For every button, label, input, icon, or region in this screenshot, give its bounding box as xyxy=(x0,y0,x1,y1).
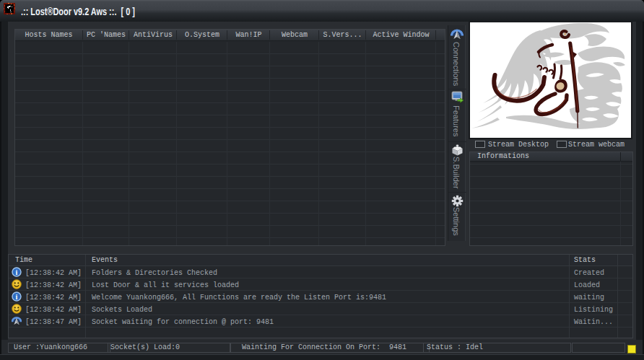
svg-text:i: i xyxy=(16,268,18,276)
svg-text:i: i xyxy=(16,293,18,301)
